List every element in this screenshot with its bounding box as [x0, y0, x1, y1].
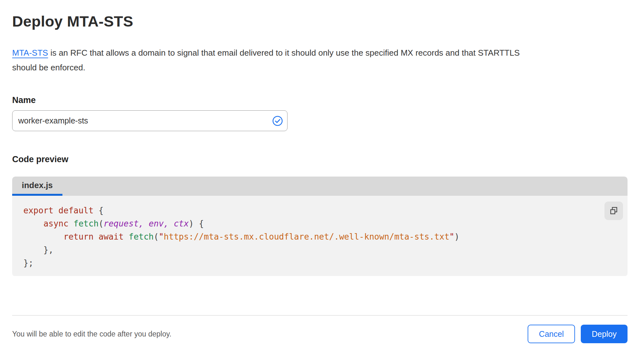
- intro-paragraph: MTA-STS is an RFC that allows a domain t…: [12, 45, 628, 75]
- deploy-mta-sts-page: Deploy MTA-STS MTA-STS is an RFC that al…: [0, 13, 640, 343]
- check-circle-icon: [272, 115, 283, 126]
- page-title: Deploy MTA-STS: [12, 13, 628, 30]
- footer: You will be able to edit the code after …: [12, 325, 628, 343]
- copy-icon: [609, 206, 619, 216]
- tab-index-js[interactable]: index.js: [12, 177, 62, 196]
- footer-note: You will be able to edit the code after …: [12, 330, 171, 338]
- intro-line-1: MTA-STS is an RFC that allows a domain t…: [12, 45, 628, 60]
- intro-line-2: should be enforced.: [12, 60, 628, 75]
- name-label: Name: [12, 95, 628, 105]
- deploy-button[interactable]: Deploy: [581, 325, 628, 343]
- code-preview-label: Code preview: [12, 154, 628, 164]
- code-lines: export default { async fetch(request, en…: [23, 204, 628, 270]
- intro-text: is an RFC that allows a domain to signal…: [48, 48, 520, 58]
- code-tab-bar: index.js: [12, 177, 628, 196]
- footer-actions: Cancel Deploy: [528, 325, 628, 343]
- cancel-button[interactable]: Cancel: [528, 325, 575, 343]
- name-input-wrap: [12, 110, 288, 131]
- name-input[interactable]: [12, 110, 288, 131]
- copy-code-button[interactable]: [604, 202, 623, 220]
- mta-sts-link[interactable]: MTA-STS: [12, 48, 48, 58]
- footer-divider: [12, 315, 628, 316]
- code-preview-block: index.js export default { async fetch(re…: [12, 177, 628, 276]
- code-editor-preview: export default { async fetch(request, en…: [12, 196, 628, 276]
